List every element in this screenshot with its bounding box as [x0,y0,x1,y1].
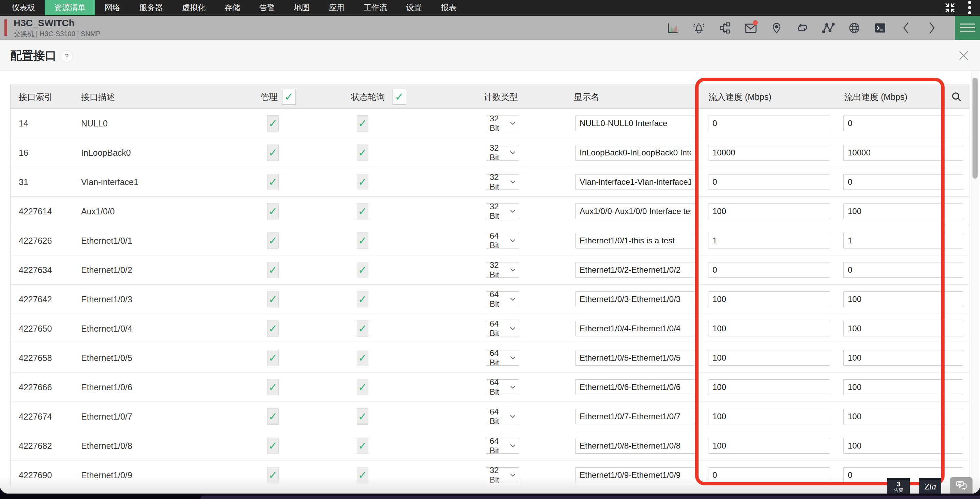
out-speed-input[interactable] [843,204,963,219]
in-speed-input[interactable] [708,350,830,366]
scrollbar-thumb[interactable] [972,78,978,179]
mail-icon[interactable] [744,21,757,34]
counter-type-select[interactable]: 64 Bit [486,409,519,424]
display-name-input[interactable] [575,292,695,307]
in-speed-input[interactable] [708,438,830,454]
in-speed-input[interactable] [708,145,830,161]
kebab-menu-icon[interactable] [968,1,971,14]
in-speed-input[interactable] [708,204,830,219]
counter-type-select[interactable]: 32 Bit [486,204,519,219]
out-speed-input[interactable] [843,145,963,161]
admin-checkbox[interactable]: ✓ [267,291,279,308]
in-speed-input[interactable] [708,262,830,278]
display-name-input[interactable] [575,409,695,424]
out-speed-input[interactable] [843,174,963,190]
out-speed-input[interactable] [843,321,963,336]
status-poll-checkbox[interactable]: ✓ [357,115,368,132]
admin-checkbox[interactable]: ✓ [267,262,279,278]
out-speed-input[interactable] [843,350,963,366]
chevron-left-icon[interactable] [900,21,913,34]
display-name-input[interactable] [575,262,695,278]
in-speed-input[interactable] [708,116,830,131]
location-pin-icon[interactable] [770,21,783,34]
status-poll-checkbox[interactable]: ✓ [357,262,368,278]
status-poll-select-all-checkbox[interactable]: ✓ [393,89,406,105]
status-poll-checkbox[interactable]: ✓ [357,291,368,308]
nav-item[interactable]: 虚拟化 [172,0,215,15]
admin-checkbox[interactable]: ✓ [267,174,279,190]
rediscover-loop-icon[interactable] [796,21,809,34]
display-name-input[interactable] [575,204,695,219]
status-poll-checkbox[interactable]: ✓ [357,320,368,337]
nav-item[interactable]: 工作流 [354,0,397,15]
display-name-input[interactable] [575,321,695,336]
nav-item[interactable]: 网络 [95,0,130,15]
counter-type-select[interactable]: 32 Bit [486,174,519,190]
status-poll-checkbox[interactable]: ✓ [357,174,368,190]
status-poll-checkbox[interactable]: ✓ [357,408,368,425]
counter-type-select[interactable]: 64 Bit [486,438,519,454]
status-poll-checkbox[interactable]: ✓ [357,233,368,249]
nav-item[interactable]: 地图 [285,0,319,15]
help-icon[interactable]: ? [60,50,73,62]
counter-type-select[interactable]: 32 Bit [486,262,519,278]
admin-checkbox[interactable]: ✓ [267,379,279,395]
status-poll-checkbox[interactable]: ✓ [357,350,368,366]
in-speed-input[interactable] [708,409,830,424]
network-path-icon[interactable] [822,21,835,34]
terminal-icon[interactable] [874,21,887,34]
counter-type-select[interactable]: 64 Bit [486,233,519,249]
nav-item[interactable]: 设置 [397,0,431,15]
counter-type-select[interactable]: 64 Bit [486,350,519,366]
admin-checkbox[interactable]: ✓ [267,233,279,249]
zia-badge[interactable]: Zia [920,478,941,494]
nav-item[interactable]: 服务器 [130,0,172,15]
status-poll-checkbox[interactable]: ✓ [357,379,368,395]
workflow-icon[interactable] [718,21,731,34]
display-name-input[interactable] [575,350,695,366]
display-name-input[interactable] [575,233,695,249]
admin-checkbox[interactable]: ✓ [267,320,279,337]
out-speed-input[interactable] [843,262,963,278]
admin-checkbox[interactable]: ✓ [267,350,279,366]
performance-chart-icon[interactable] [667,21,679,34]
status-poll-checkbox[interactable]: ✓ [357,438,368,454]
in-speed-input[interactable] [708,321,830,336]
alarm-bell-icon[interactable] [692,21,705,34]
counter-type-select[interactable]: 32 Bit [486,145,519,161]
nav-item[interactable]: 告警 [250,0,285,15]
in-speed-input[interactable] [708,233,830,249]
out-speed-input[interactable] [843,379,963,395]
admin-checkbox[interactable]: ✓ [267,145,279,161]
admin-checkbox[interactable]: ✓ [267,115,279,132]
out-speed-input[interactable] [843,116,963,131]
display-name-input[interactable] [575,174,695,190]
admin-checkbox[interactable]: ✓ [267,408,279,425]
out-speed-input[interactable] [843,233,963,249]
alarm-badge[interactable]: 3 告警 [887,478,910,494]
nav-item[interactable]: 资源清单 [45,0,95,15]
display-name-input[interactable] [575,116,695,131]
in-speed-input[interactable] [708,174,830,190]
in-speed-input[interactable] [708,379,830,395]
display-name-input[interactable] [575,379,695,395]
counter-type-select[interactable]: 64 Bit [486,292,519,307]
compress-icon[interactable] [943,2,956,14]
status-poll-checkbox[interactable]: ✓ [357,203,368,220]
nav-item[interactable]: 存储 [215,0,250,15]
nav-item[interactable]: 仪表板 [2,0,45,15]
status-poll-checkbox[interactable]: ✓ [357,145,368,161]
in-speed-input[interactable] [708,292,830,307]
display-name-input[interactable] [575,145,695,161]
display-name-input[interactable] [575,438,695,454]
chevron-right-icon[interactable] [926,21,939,34]
counter-type-select[interactable]: 64 Bit [486,321,519,336]
chat-badge[interactable] [950,477,972,494]
out-speed-input[interactable] [843,409,963,424]
nav-item[interactable]: 应用 [319,0,354,15]
admin-checkbox[interactable]: ✓ [267,438,279,454]
counter-type-select[interactable]: 32 Bit [486,116,519,131]
out-speed-input[interactable] [843,292,963,307]
admin-checkbox[interactable]: ✓ [267,203,279,220]
admin-select-all-checkbox[interactable]: ✓ [282,89,296,105]
